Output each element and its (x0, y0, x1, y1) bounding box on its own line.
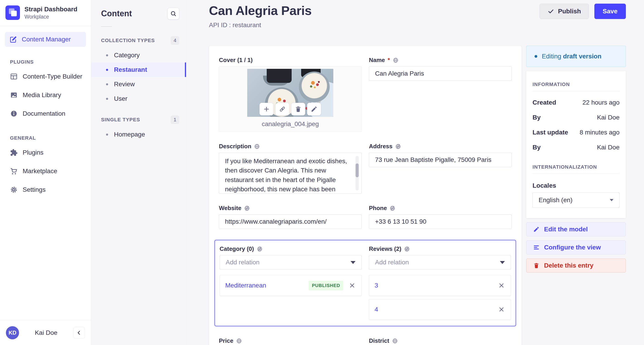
subnav-item-label: Restaurant (114, 66, 147, 73)
main-sidebar: Strapi Dashboard Workplace Content Manag… (0, 0, 91, 345)
configure-view-label: Configure the view (544, 244, 601, 251)
subnav-item-homepage[interactable]: Homepage (91, 127, 186, 142)
phone-input[interactable]: +33 6 13 10 51 90 (369, 214, 512, 229)
cover-image (247, 69, 333, 117)
remove-relation-button[interactable] (498, 306, 505, 313)
name-value: Can Alegria Paris (375, 70, 424, 77)
field-name: Name* Can Alegria Paris (369, 57, 512, 132)
address-input[interactable]: 73 rue Jean Baptiste Pigalle, 75009 Pari… (369, 153, 512, 167)
relation-link[interactable]: 4 (374, 306, 498, 313)
bullet-icon (106, 98, 108, 100)
field-category: Category (0) Add relation Mediterranean … (220, 245, 362, 320)
globe-icon (254, 144, 260, 149)
sidebar-item-settings[interactable]: Settings (0, 180, 91, 199)
category-label: Category (0) (220, 245, 254, 252)
workspace-header[interactable]: Strapi Dashboard Workplace (0, 0, 91, 26)
relation-item-review-3: 3 (369, 275, 511, 296)
configure-view-button[interactable]: Configure the view (526, 240, 626, 255)
cart-icon (10, 167, 18, 175)
draft-version-banner: Editing draft version (526, 46, 626, 67)
banner-text: Editing (542, 53, 561, 60)
sidebar-item-label: Content-Type Builder (23, 73, 82, 80)
list-lines-icon (533, 244, 540, 251)
info-row-created-by: By Kai Doe (532, 114, 620, 121)
information-card: INFORMATION Created 22 hours ago By Kai … (526, 71, 626, 218)
subnav-item-label: Homepage (114, 131, 145, 138)
globe-icon (236, 338, 242, 344)
subnav-item-label: Review (114, 81, 135, 88)
page-title: Can Alegria Paris (209, 3, 312, 18)
globe-strikethrough-icon (395, 144, 401, 149)
globe-strikethrough-icon (257, 246, 263, 252)
user-name: Kai Doe (19, 329, 73, 337)
sidebar-item-plugins[interactable]: Plugins (0, 143, 91, 162)
collapse-sidebar-button[interactable] (73, 327, 85, 339)
pencil-icon (311, 106, 318, 112)
publish-button[interactable]: Publish (540, 3, 589, 19)
save-label: Save (603, 8, 618, 15)
information-title: INFORMATION (532, 81, 620, 87)
description-textarea[interactable]: If you like Mediterranean and exotic dis… (219, 153, 362, 194)
phone-value: +33 6 13 10 51 90 (375, 218, 426, 225)
locale-value: English (en) (539, 197, 572, 204)
remove-relation-button[interactable] (348, 282, 356, 289)
scrollbar-track[interactable] (356, 156, 359, 190)
edit-media-button[interactable] (307, 103, 321, 115)
field-reviews: Reviews (2) Add relation 3 (369, 245, 511, 320)
divider (101, 26, 112, 27)
chevron-left-icon (76, 330, 82, 336)
delete-media-button[interactable] (291, 103, 305, 115)
reviews-label: Reviews (2) (369, 245, 401, 252)
sidebar-item-content-type-builder[interactable]: Content-Type Builder (0, 67, 91, 86)
globe-icon (392, 338, 398, 344)
sidebar-item-media-library[interactable]: Media Library (0, 86, 91, 104)
scrollbar-thumb[interactable] (356, 163, 359, 177)
description-value: If you like Mediterranean and exotic dis… (225, 158, 347, 193)
feather-edit-icon (10, 35, 17, 43)
locale-select[interactable]: English (en) (532, 192, 620, 208)
name-input[interactable]: Can Alegria Paris (369, 66, 512, 81)
puzzle-icon (10, 149, 18, 156)
remove-relation-button[interactable] (498, 282, 505, 289)
copy-link-button[interactable] (275, 103, 289, 115)
status-dot-icon (534, 55, 537, 58)
bullet-icon (106, 83, 108, 85)
add-media-button[interactable] (260, 103, 274, 115)
subnav-item-review[interactable]: Review (91, 77, 186, 91)
save-button[interactable]: Save (594, 3, 626, 19)
subnav-item-restaurant[interactable]: Restaurant (91, 62, 186, 77)
phone-label: Phone (369, 205, 387, 212)
cover-label: Cover (1 / 1) (219, 57, 253, 64)
sidebar-item-content-manager[interactable]: Content Manager (5, 32, 86, 47)
search-button[interactable] (168, 8, 179, 19)
strapi-logo-icon (6, 5, 20, 20)
sidebar-item-marketplace[interactable]: Marketplace (0, 162, 91, 180)
district-label: District (369, 337, 389, 344)
globe-strikethrough-icon (404, 246, 410, 252)
cover-media-field: canalegria_004.jpeg (219, 66, 362, 132)
bullet-icon (106, 134, 108, 136)
link-icon (279, 106, 286, 112)
relation-link[interactable]: 3 (374, 282, 498, 289)
relation-link[interactable]: Mediterranean (225, 282, 309, 289)
subnav-item-category[interactable]: Category (91, 48, 186, 62)
globe-strikethrough-icon (244, 205, 250, 211)
website-input[interactable]: https://www.canalegriaparis.com/en/ (219, 214, 362, 229)
delete-entry-button[interactable]: Delete this entry (526, 259, 626, 273)
divider (532, 91, 620, 91)
reviews-add-relation-select[interactable]: Add relation (369, 255, 511, 270)
avatar: KD (6, 326, 19, 339)
address-value: 73 rue Jean Baptiste Pigalle, 75009 Pari… (375, 156, 492, 163)
sidebar-item-label: Documentation (23, 110, 65, 117)
workspace-name: Workplace (24, 14, 77, 20)
category-add-relation-select[interactable]: Add relation (220, 255, 362, 270)
main-content: Can Alegria Paris API ID : restaurant Pu… (186, 0, 644, 345)
edit-model-button[interactable]: Edit the model (526, 222, 626, 236)
sidebar-section-general: GENERAL (10, 135, 91, 141)
subnav-item-user[interactable]: User (91, 91, 186, 106)
info-row-created: Created 22 hours ago (532, 99, 620, 106)
sidebar-item-label: Marketplace (23, 168, 57, 175)
check-icon (548, 8, 554, 15)
field-phone: Phone +33 6 13 10 51 90 (369, 205, 512, 229)
sidebar-item-documentation[interactable]: Documentation (0, 104, 91, 123)
